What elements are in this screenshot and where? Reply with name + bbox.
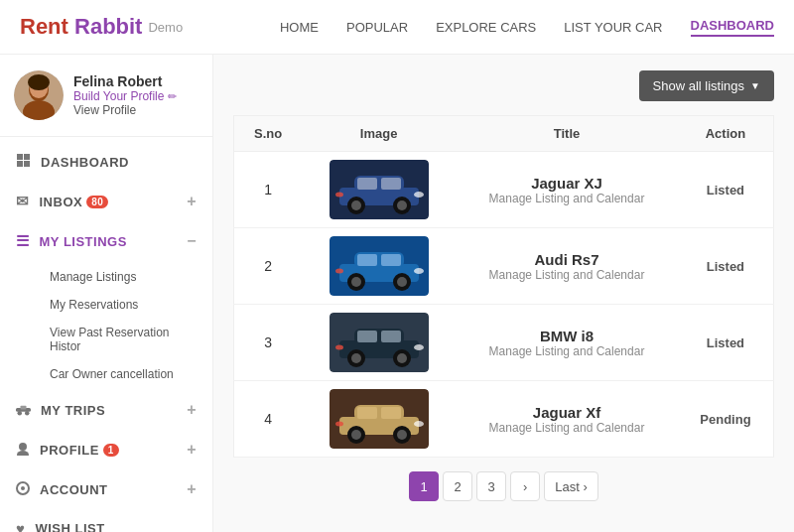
page-next-button[interactable]: › bbox=[510, 471, 540, 501]
svg-rect-21 bbox=[381, 178, 401, 190]
sidebar-item-mylistings-label: MY LISTINGS bbox=[40, 234, 127, 249]
nav-home[interactable]: HOME bbox=[280, 20, 319, 35]
inbox-badge: 80 bbox=[86, 196, 108, 208]
page-1-button[interactable]: 1 bbox=[409, 471, 439, 501]
page-last-button[interactable]: Last › bbox=[544, 471, 598, 501]
nav-list-your-car[interactable]: LIST YOUR CAR bbox=[564, 20, 662, 35]
profile-icon bbox=[16, 442, 30, 459]
row-sno: 1 bbox=[234, 152, 303, 228]
inbox-plus-icon[interactable]: + bbox=[187, 193, 197, 210]
sidebar-item-inbox-label: INBOX bbox=[40, 195, 83, 209]
svg-rect-5 bbox=[17, 154, 23, 160]
show-all-listings-button[interactable]: Show all listings ▼ bbox=[639, 70, 774, 101]
svg-point-10 bbox=[18, 411, 23, 416]
inbox-icon: ✉ bbox=[16, 193, 30, 210]
profile-badge: 1 bbox=[103, 444, 119, 457]
submenu-manage-listings[interactable]: Manage Listings bbox=[40, 263, 212, 291]
svg-point-23 bbox=[351, 200, 361, 210]
svg-point-14 bbox=[17, 451, 29, 456]
pagination: 1 2 3 › Last › bbox=[233, 458, 774, 507]
layout: Felina Robert Build Your Profile ✏ View … bbox=[0, 55, 794, 532]
svg-point-27 bbox=[335, 193, 343, 198]
submenu-view-past[interactable]: View Past Reservation Histor bbox=[40, 319, 212, 360]
col-image: Image bbox=[302, 116, 456, 152]
row-title: BMW i8 Manage Listing and Calendar bbox=[456, 305, 678, 381]
listings-table: S.no Image Title Action 1 bbox=[233, 115, 774, 458]
svg-point-36 bbox=[397, 277, 407, 287]
col-action: Action bbox=[678, 116, 774, 152]
mylistings-submenu: Manage Listings My Reservations View Pas… bbox=[0, 261, 212, 390]
col-sno: S.no bbox=[234, 116, 303, 152]
svg-point-34 bbox=[351, 277, 361, 287]
row-image bbox=[302, 305, 456, 381]
row-action[interactable]: Listed bbox=[678, 228, 774, 305]
sidebar-item-account[interactable]: ACCOUNT + bbox=[0, 469, 212, 509]
row-sno: 2 bbox=[234, 228, 303, 305]
account-plus-icon[interactable]: + bbox=[187, 480, 197, 498]
nav-dashboard[interactable]: DASHBOARD bbox=[691, 18, 775, 37]
sidebar-item-mytrips[interactable]: MY TRIPS + bbox=[0, 390, 212, 430]
sidebar-item-mytrips-label: MY TRIPS bbox=[41, 403, 105, 418]
svg-rect-12 bbox=[21, 405, 27, 409]
sidebar-item-profile[interactable]: PROFILE 1 + bbox=[0, 430, 212, 469]
submenu-car-owner-cancellation[interactable]: Car Owner cancellation bbox=[40, 360, 212, 388]
col-title: Title bbox=[456, 116, 678, 152]
svg-rect-20 bbox=[357, 178, 377, 190]
mytrips-plus-icon[interactable]: + bbox=[187, 401, 197, 419]
account-icon bbox=[16, 481, 30, 498]
table-row: 1 Jaguar XJ bbox=[234, 152, 774, 228]
sidebar-item-inbox[interactable]: ✉ INBOX 80 + bbox=[0, 182, 212, 221]
sidebar-item-mylistings[interactable]: ☰ MY LISTINGS − bbox=[0, 221, 212, 261]
svg-point-13 bbox=[19, 443, 27, 451]
row-action[interactable]: Listed bbox=[678, 152, 774, 228]
show-all-label: Show all listings bbox=[653, 78, 745, 93]
svg-point-58 bbox=[397, 430, 407, 440]
logo-demo: Demo bbox=[148, 20, 183, 35]
sidebar-item-dashboard[interactable]: DASHBOARD bbox=[0, 142, 212, 182]
svg-rect-7 bbox=[17, 161, 23, 167]
logo: Rent Rabbit Demo bbox=[20, 14, 183, 40]
svg-point-37 bbox=[414, 268, 424, 274]
view-profile-link[interactable]: View Profile bbox=[73, 103, 177, 117]
row-sno: 4 bbox=[234, 381, 303, 458]
submenu-my-reservations[interactable]: My Reservations bbox=[40, 291, 212, 319]
sidebar-item-profile-label: PROFILE bbox=[40, 443, 99, 458]
table-row: 3 BMW i8 bbox=[234, 305, 774, 381]
profile-plus-icon[interactable]: + bbox=[187, 441, 197, 459]
mylistings-icon: ☰ bbox=[16, 232, 30, 250]
svg-rect-53 bbox=[357, 407, 377, 419]
sidebar: Felina Robert Build Your Profile ✏ View … bbox=[0, 55, 213, 532]
row-image bbox=[302, 228, 456, 305]
main-header: Show all listings ▼ bbox=[233, 70, 774, 101]
sidebar-item-dashboard-label: DASHBOARD bbox=[41, 155, 129, 170]
svg-point-45 bbox=[351, 353, 361, 363]
svg-rect-8 bbox=[24, 161, 30, 167]
svg-point-16 bbox=[21, 486, 25, 490]
row-image bbox=[302, 152, 456, 228]
page-3-button[interactable]: 3 bbox=[476, 471, 506, 501]
svg-rect-31 bbox=[357, 254, 377, 266]
svg-point-47 bbox=[397, 353, 407, 363]
logo-rabbit: Rabbit bbox=[68, 14, 143, 39]
mylistings-minus-icon[interactable]: − bbox=[187, 232, 197, 250]
logo-rent: Rent bbox=[20, 14, 68, 39]
nav-popular[interactable]: POPULAR bbox=[346, 20, 408, 35]
row-sno: 3 bbox=[234, 305, 303, 381]
svg-point-49 bbox=[335, 345, 343, 350]
row-action[interactable]: Pending bbox=[678, 381, 774, 458]
sidebar-item-wishlist[interactable]: ♥ WISH LIST bbox=[0, 509, 212, 532]
page-2-button[interactable]: 2 bbox=[443, 471, 472, 501]
svg-rect-6 bbox=[24, 154, 30, 160]
svg-point-60 bbox=[335, 422, 343, 427]
svg-point-38 bbox=[335, 269, 343, 274]
row-action[interactable]: Listed bbox=[678, 305, 774, 381]
svg-point-4 bbox=[28, 74, 50, 90]
build-profile-link[interactable]: Build Your Profile ✏ bbox=[73, 89, 177, 103]
dashboard-icon bbox=[16, 153, 31, 171]
main-nav: HOME POPULAR EXPLORE CARS LIST YOUR CAR … bbox=[280, 18, 774, 37]
svg-point-11 bbox=[25, 411, 30, 416]
user-name: Felina Robert bbox=[73, 73, 177, 89]
wishlist-icon: ♥ bbox=[16, 520, 25, 532]
svg-point-26 bbox=[414, 192, 424, 198]
nav-explore-cars[interactable]: EXPLORE CARS bbox=[436, 20, 536, 35]
